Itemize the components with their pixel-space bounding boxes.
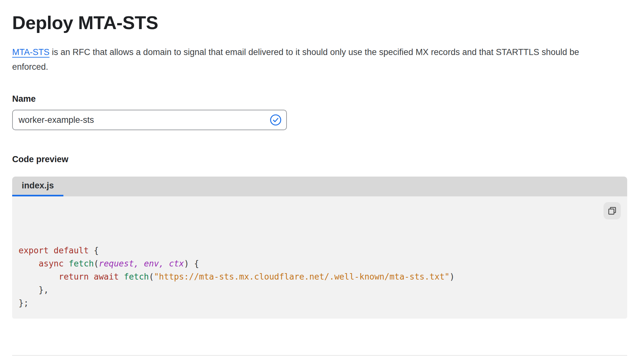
footer-divider [12,355,627,356]
copy-code-button[interactable] [604,202,621,219]
tab-index-js[interactable]: index.js [12,177,63,196]
name-input-wrap [12,110,287,130]
page-title: Deploy MTA-STS [12,13,627,32]
code-preview-label: Code preview [12,154,627,164]
code-line: async fetch(request, env, ctx) { [19,257,627,270]
code-editor-preview: export default { async fetch(request, en… [12,196,627,319]
code-line: return await fetch("https://mta-sts.mx.c… [19,270,627,283]
code-tabbar: index.js [12,177,627,196]
description-body: is an RFC that allows a domain to signal… [12,47,579,72]
description-text: MTA-STS is an RFC that allows a domain t… [12,45,617,74]
name-field-label: Name [12,94,627,104]
deploy-mta-sts-page: Deploy MTA-STS MTA-STS is an RFC that al… [0,0,640,364]
code-line: }, [19,283,627,297]
code-line: export default { [19,244,627,257]
check-circle-icon [270,114,282,126]
code-line: }; [19,297,627,310]
mta-sts-link[interactable]: MTA-STS [12,47,50,57]
name-input[interactable] [12,110,287,130]
code-preview-panel: index.js export default { async fetch(re… [12,177,627,319]
copy-icon [607,206,617,216]
